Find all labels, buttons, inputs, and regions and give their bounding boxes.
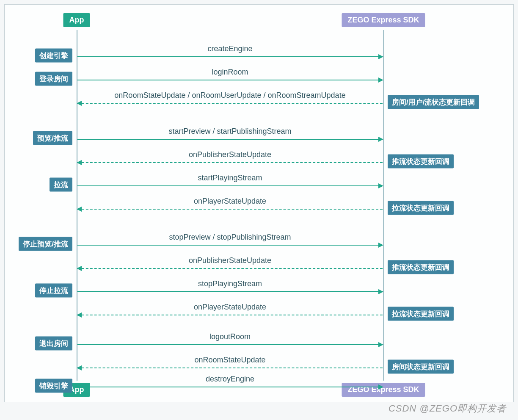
arrowhead-icon xyxy=(378,54,383,59)
arrow-return xyxy=(77,162,383,163)
arrow-forward xyxy=(77,80,383,80)
arrowhead-icon xyxy=(77,365,82,370)
message-label: loginRoom xyxy=(77,68,383,77)
arrowhead-icon xyxy=(77,160,82,165)
step-tag-left: 创建引擎 xyxy=(35,49,72,63)
arrow-forward xyxy=(77,245,383,246)
message-row: 推流状态更新回调onPublisherStateUpdate xyxy=(5,153,513,170)
arrow-forward xyxy=(77,139,383,140)
message-label: stopPlayingStream xyxy=(77,279,383,288)
message-label: onRoomStateUpdate xyxy=(77,356,383,365)
message-label: createEngine xyxy=(77,44,383,53)
message-row: 预览/推流startPreview / startPublishingStrea… xyxy=(5,130,513,146)
step-tag-left: 停止预览/推流 xyxy=(19,237,72,251)
arrow-return xyxy=(77,268,383,269)
arrowhead-icon xyxy=(77,101,82,106)
arrow-forward xyxy=(77,185,383,186)
message-row: 停止预览/推流stopPreview / stopPublishingStrea… xyxy=(5,235,513,252)
callback-tag-right: 拉流状态更新回调 xyxy=(388,307,454,321)
arrow-return xyxy=(77,368,383,368)
message-row: 房间状态更新回调onRoomStateUpdate xyxy=(5,358,513,375)
callback-tag-right: 推流状态更新回调 xyxy=(388,260,454,274)
arrowhead-icon xyxy=(77,207,82,212)
participant-sdk-top: ZEGO Express SDK xyxy=(342,13,425,27)
message-label: onPublisherStateUpdate xyxy=(77,150,383,159)
sequence-diagram: App ZEGO Express SDK App ZEGO Express SD… xyxy=(4,4,514,402)
arrowhead-icon xyxy=(378,137,383,142)
arrowhead-icon xyxy=(77,312,82,318)
step-tag-left: 预览/推流 xyxy=(33,131,72,145)
message-row: 拉流状态更新回调onPlayerStateUpdate xyxy=(5,305,513,322)
step-tag-left: 登录房间 xyxy=(35,72,72,86)
callback-tag-right: 推流状态更新回调 xyxy=(388,155,454,169)
message-label: onPlayerStateUpdate xyxy=(77,303,383,312)
callback-tag-right: 拉流状态更新回调 xyxy=(388,201,454,215)
arrow-forward xyxy=(77,56,383,57)
arrow-return xyxy=(77,315,383,315)
participant-app-top: App xyxy=(63,13,90,27)
step-tag-left: 拉流 xyxy=(50,178,72,192)
message-label: onPlayerStateUpdate xyxy=(77,197,383,206)
watermark: CSDN @ZEGO即构开发者 xyxy=(388,402,506,415)
message-row: 房间/用户/流状态更新回调onRoomStateUpdate / onRoomU… xyxy=(5,94,513,111)
arrowhead-icon xyxy=(77,266,82,271)
message-row: 创建引擎createEngine xyxy=(5,47,513,64)
arrowhead-icon xyxy=(378,289,383,294)
message-label: onRoomStateUpdate / onRoomUserUpdate / o… xyxy=(77,91,383,100)
arrow-forward xyxy=(77,291,383,292)
arrow-return xyxy=(77,209,383,210)
message-row: 拉流startPlayingStream xyxy=(5,176,513,193)
step-tag-left: 停止拉流 xyxy=(35,284,72,298)
arrow-forward xyxy=(77,387,383,387)
message-label: startPlayingStream xyxy=(77,174,383,182)
arrow-forward xyxy=(77,344,383,345)
message-row: 拉流状态更新回调onPlayerStateUpdate xyxy=(5,199,513,216)
message-row: 登录房间loginRoom xyxy=(5,70,513,87)
step-tag-left: 销毁引擎 xyxy=(35,379,72,393)
message-label: stopPreview / stopPublishingStream xyxy=(77,233,383,242)
callback-tag-right: 房间/用户/流状态更新回调 xyxy=(388,95,479,109)
arrowhead-icon xyxy=(378,342,383,347)
arrowhead-icon xyxy=(378,384,383,390)
arrowhead-icon xyxy=(378,77,383,83)
message-row: 推流状态更新回调onPublisherStateUpdate xyxy=(5,259,513,276)
message-label: onPublisherStateUpdate xyxy=(77,256,383,265)
message-label: logoutRoom xyxy=(77,332,383,341)
arrow-return xyxy=(77,103,383,104)
message-row: 停止拉流stopPlayingStream xyxy=(5,282,513,299)
message-row: 退出房间logoutRoom xyxy=(5,335,513,352)
message-label: startPreview / startPublishingStream xyxy=(77,127,383,136)
message-label: destroyEngine xyxy=(77,375,383,384)
callback-tag-right: 房间状态更新回调 xyxy=(388,360,454,374)
arrowhead-icon xyxy=(378,183,383,188)
step-tag-left: 退出房间 xyxy=(35,337,72,351)
arrowhead-icon xyxy=(378,243,383,248)
message-row: 销毁引擎destroyEngine xyxy=(5,377,513,394)
